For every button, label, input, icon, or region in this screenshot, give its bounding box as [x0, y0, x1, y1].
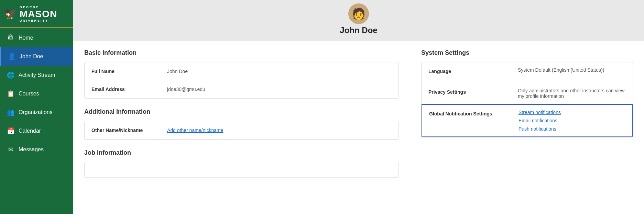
language-value: System Default (English (United States)): [511, 62, 633, 83]
sidebar-item-messages[interactable]: ✉ Messages: [0, 140, 73, 159]
job-information-table: [84, 162, 399, 178]
stream-notifications-link[interactable]: Stream notifications: [519, 110, 561, 115]
full-name-label: Full Name: [85, 64, 160, 79]
table-row: Email Address jdoe30@gmu.edu: [85, 80, 399, 98]
table-row: [85, 162, 399, 177]
other-name-value: Add other name/nickname: [160, 123, 399, 138]
right-column: System Settings Language System Default …: [410, 41, 644, 196]
privacy-label: Privacy Settings: [422, 83, 511, 104]
email-address-value: jdoe30@gmu.edu: [160, 82, 399, 97]
sidebar-item-home[interactable]: 🏛 Home: [0, 29, 73, 47]
privacy-value: Only administrators and other instructor…: [511, 83, 633, 104]
profile-header: 🧑 John Doe: [73, 0, 644, 41]
messages-icon: ✉: [7, 146, 14, 153]
other-name-label: Other Name/Nickname: [85, 123, 160, 138]
globe-icon: 🌐: [7, 71, 14, 79]
job-information-title: Job Information: [84, 149, 399, 156]
job-placeholder-value: [160, 165, 399, 175]
table-row: Other Name/Nickname Add other name/nickn…: [85, 121, 399, 139]
system-settings-table: Language System Default (English (United…: [421, 62, 633, 137]
courses-icon: 📋: [7, 90, 14, 98]
additional-information-title: Additional Information: [84, 108, 399, 115]
user-icon: 👤: [8, 53, 15, 60]
home-icon: 🏛: [7, 34, 14, 42]
logo-text: GEORGE MASON UNIVERSITY: [20, 6, 57, 23]
notification-label: Global Notification Settings: [422, 105, 512, 136]
basic-information-title: Basic Information: [84, 49, 399, 57]
notification-links: Stream notifications Email notifications…: [512, 105, 568, 136]
sidebar: 🦅 GEORGE MASON UNIVERSITY 🏛 Home 👤 John …: [0, 0, 73, 214]
main-content: 🧑 John Doe Basic Information Full Name J…: [73, 0, 644, 214]
email-notifications-link[interactable]: Email notifications: [519, 118, 561, 123]
notification-row: Global Notification Settings Stream noti…: [422, 104, 633, 137]
system-settings-title: System Settings: [421, 49, 633, 57]
job-placeholder-label: [85, 165, 160, 175]
left-column: Basic Information Full Name John Doe Ema…: [73, 41, 410, 196]
sidebar-nav: 🏛 Home 👤 John Doe 🌐 Activity Stream 📋 Co…: [0, 28, 73, 159]
privacy-row: Privacy Settings Only administrators and…: [422, 83, 633, 104]
logo-icon: 🦅: [4, 8, 17, 20]
organizations-icon: 👥: [7, 109, 14, 116]
push-notifications-link[interactable]: Push notifications: [519, 126, 561, 132]
add-nickname-link[interactable]: Add other name/nickname: [167, 128, 223, 133]
avatar: 🧑: [348, 3, 369, 24]
full-name-value: John Doe: [160, 64, 399, 79]
sidebar-item-organizations[interactable]: 👥 Organizations: [0, 103, 73, 122]
basic-information-table: Full Name John Doe Email Address jdoe30@…: [84, 62, 399, 99]
language-row: Language System Default (English (United…: [422, 62, 633, 83]
calendar-icon: 📅: [7, 127, 14, 135]
sidebar-item-activity-stream[interactable]: 🌐 Activity Stream: [0, 66, 73, 84]
sidebar-item-john-doe[interactable]: 👤 John Doe: [0, 47, 73, 66]
sidebar-item-courses[interactable]: 📋 Courses: [0, 84, 73, 103]
content-area: Basic Information Full Name John Doe Ema…: [73, 41, 644, 196]
sidebar-item-calendar[interactable]: 📅 Calendar: [0, 122, 73, 140]
additional-information-table: Other Name/Nickname Add other name/nickn…: [84, 121, 399, 140]
profile-name: John Doe: [73, 26, 644, 35]
sidebar-logo: 🦅 GEORGE MASON UNIVERSITY: [0, 0, 73, 28]
table-row: Full Name John Doe: [85, 62, 399, 80]
language-label: Language: [422, 62, 511, 83]
email-address-label: Email Address: [85, 82, 160, 97]
